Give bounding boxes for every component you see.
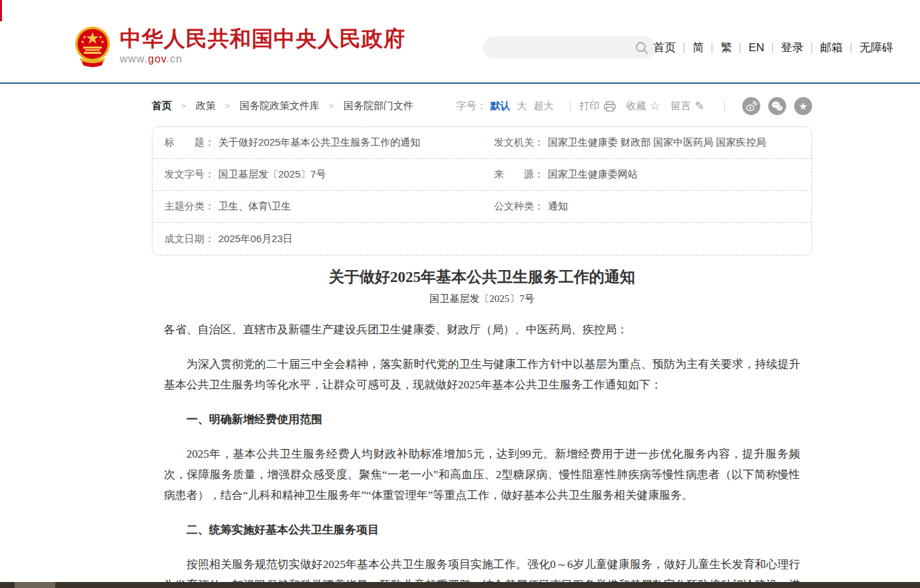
info-title-cell: 标 题： 关于做好2025年基本公共卫生服务工作的通知 — [152, 136, 482, 149]
nav-english[interactable]: EN — [748, 41, 764, 55]
breadcrumb-separator: ＞ — [224, 100, 232, 112]
info-label: 来 源： — [494, 168, 544, 181]
page-tools: 字号： 默认 大 超大 打印 收藏 ☆ 留言 ✎ — [457, 97, 813, 115]
breadcrumb-home[interactable]: 首页 — [152, 100, 172, 112]
info-label: 发文机关： — [494, 136, 544, 149]
nav-home[interactable]: 首页 — [653, 40, 676, 55]
site-header: 中华人民共和国中央人民政府 www.gov.cn 首页 简 繁 EN 登录 邮箱 — [0, 0, 920, 84]
site-logo-text: 中华人民共和国中央人民政府 www.gov.cn — [120, 27, 405, 65]
qzone-share-button[interactable]: ★ — [794, 97, 812, 115]
info-label: 主题分类： — [164, 200, 214, 213]
nav-mail[interactable]: 邮箱 — [820, 40, 843, 55]
favorite-label: 收藏 — [626, 100, 646, 112]
info-value: 2025年06月23日 — [218, 233, 293, 245]
info-value: 卫生、体育\卫生 — [218, 200, 291, 213]
document-article: 关于做好2025年基本公共卫生服务工作的通知 国卫基层发〔2025〕7号 各省、… — [152, 267, 812, 588]
info-row: 标 题： 关于做好2025年基本公共卫生服务工作的通知 发文机关： 国家卫生健康… — [152, 127, 811, 159]
info-row: 主题分类： 卫生、体育\卫生 公文种类： 通知 — [152, 191, 811, 223]
info-label: 公文种类： — [494, 200, 544, 213]
breadcrumb-policy-library[interactable]: 国务院政策文件库 — [240, 100, 320, 112]
document-title: 关于做好2025年基本公共卫生服务工作的通知 — [164, 267, 800, 287]
site-title: 中华人民共和国中央人民政府 — [120, 27, 405, 51]
weibo-icon — [746, 100, 757, 112]
wechat-share-button[interactable] — [768, 97, 786, 115]
print-button[interactable]: 打印 — [580, 100, 616, 112]
pencil-icon: ✎ — [695, 99, 704, 113]
toolbar-divider — [724, 101, 725, 112]
weibo-share-button[interactable] — [742, 97, 760, 115]
font-size-large-button[interactable]: 大 — [517, 100, 527, 112]
star-icon: ☆ — [650, 99, 660, 113]
info-value: 国家卫生健康委网站 — [548, 168, 638, 181]
info-category-cell: 主题分类： 卫生、体育\卫生 — [152, 200, 482, 213]
breadcrumb-separator: ＞ — [328, 100, 336, 112]
font-size-xlarge-button[interactable]: 超大 — [534, 100, 554, 112]
comment-label: 留言 — [671, 100, 691, 112]
breadcrumb-policy[interactable]: 政策 — [196, 100, 216, 112]
wechat-icon — [772, 100, 783, 112]
breadcrumb: 首页 ＞ 政策 ＞ 国务院政策文件库 ＞ 国务院部门文件 — [152, 100, 413, 112]
intro-paragraph: 为深入贯彻党的二十届三中全会精神，落实新时代党的卫生与健康工作方针中以基层为重点… — [164, 354, 800, 395]
printer-icon — [604, 101, 616, 112]
info-source-cell: 来 源： 国家卫生健康委网站 — [482, 168, 811, 181]
subheader: 首页 ＞ 政策 ＞ 国务院政策文件库 ＞ 国务院部门文件 字号： 默认 大 超大… — [152, 97, 812, 115]
document-info-box: 标 题： 关于做好2025年基本公共卫生服务工作的通知 发文机关： 国家卫生健康… — [152, 126, 812, 255]
horizontal-scrollbar[interactable] — [0, 582, 920, 588]
site-url-cn: .cn — [166, 53, 182, 65]
nav-separator — [851, 43, 851, 53]
print-label: 打印 — [580, 100, 600, 112]
search-input[interactable] — [483, 37, 635, 59]
document-number: 国卫基层发〔2025〕7号 — [164, 293, 800, 305]
nav-login[interactable]: 登录 — [781, 40, 804, 55]
breadcrumb-separator: ＞ — [180, 100, 188, 112]
site-logo[interactable]: 中华人民共和国中央人民政府 www.gov.cn — [75, 27, 405, 68]
info-row: 发文字号： 国卫基层发〔2025〕7号 来 源： 国家卫生健康委网站 — [152, 159, 811, 191]
favorite-button[interactable]: 收藏 ☆ — [626, 99, 660, 113]
info-value: 关于做好2025年基本公共卫生服务工作的通知 — [218, 136, 420, 149]
section-1-heading: 一、明确新增经费使用范围 — [164, 409, 800, 430]
info-value: 国卫基层发〔2025〕7号 — [218, 168, 326, 181]
info-row: 成文日期： 2025年06月23日 — [152, 223, 811, 255]
info-date-cell: 成文日期： 2025年06月23日 — [152, 233, 482, 245]
breadcrumb-department-docs[interactable]: 国务院部门文件 — [344, 100, 413, 112]
nav-separator — [811, 43, 812, 53]
section-1-paragraph: 2025年，基本公共卫生服务经费人均财政补助标准增加5元，达到99元。新增经费用… — [164, 444, 800, 506]
site-url-www: www. — [120, 53, 148, 65]
nav-accessibility[interactable]: 无障碍 — [859, 40, 893, 55]
nav-simplified[interactable]: 简 — [692, 40, 704, 55]
info-docnum-cell: 发文字号： 国卫基层发〔2025〕7号 — [152, 168, 482, 181]
font-size-label: 字号： — [457, 100, 487, 112]
info-label: 标 题： — [164, 136, 214, 149]
nav-separator — [712, 43, 712, 53]
top-nav: 首页 简 繁 EN 登录 邮箱 无障碍 — [653, 40, 893, 55]
info-doctype-cell: 公文种类： 通知 — [482, 200, 811, 213]
font-size-default-button[interactable]: 默认 — [491, 100, 511, 112]
scrollbar-thumb[interactable] — [15, 582, 55, 588]
info-label: 成文日期： — [164, 233, 214, 245]
page: 中华人民共和国中央人民政府 www.gov.cn 首页 简 繁 EN 登录 邮箱 — [0, 0, 920, 588]
info-label: 发文字号： — [164, 168, 214, 181]
section-2-heading: 二、统筹实施好基本公共卫生服务项目 — [164, 519, 800, 540]
nav-separator — [772, 43, 773, 53]
search-box — [483, 37, 656, 59]
nav-traditional[interactable]: 繁 — [720, 40, 732, 55]
red-tick-decoration — [0, 0, 2, 21]
toolbar-divider — [570, 101, 571, 112]
search-icon[interactable] — [635, 41, 648, 55]
salutation-paragraph: 各省、自治区、直辖市及新疆生产建设兵团卫生健康委、财政厅（局）、中医药局、疾控局… — [164, 319, 800, 340]
info-value: 通知 — [548, 200, 568, 213]
site-url: www.gov.cn — [120, 53, 405, 65]
national-emblem-icon — [75, 27, 111, 68]
site-url-gov: gov — [148, 53, 166, 65]
comment-button[interactable]: 留言 ✎ — [671, 99, 704, 113]
share-buttons: ★ — [734, 97, 812, 115]
nav-separator — [684, 43, 684, 53]
star-circle-icon: ★ — [799, 100, 807, 112]
info-value: 国家卫生健康委 财政部 国家中医药局 国家疾控局 — [548, 136, 766, 149]
nav-separator — [740, 43, 740, 53]
info-issuer-cell: 发文机关： 国家卫生健康委 财政部 国家中医药局 国家疾控局 — [482, 136, 811, 149]
